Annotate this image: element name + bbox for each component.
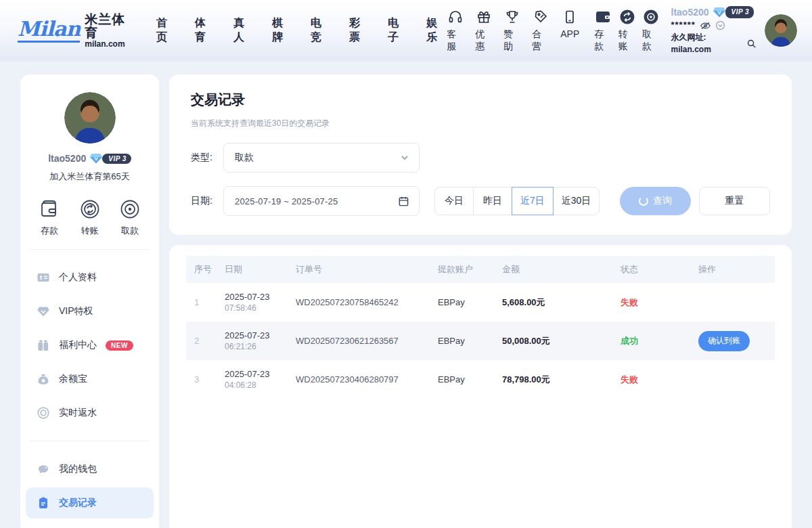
sidebar-item-label: 福利中心 xyxy=(59,339,97,351)
query-button[interactable]: 查询 xyxy=(620,187,691,215)
avatar[interactable] xyxy=(765,14,797,47)
refresh-balance-icon[interactable] xyxy=(715,20,725,30)
nav-sports[interactable]: 体育 xyxy=(195,16,215,45)
sidebar-item-rebate[interactable]: 实时返水 xyxy=(26,397,154,428)
reset-button[interactable]: 重置 xyxy=(699,187,770,215)
nav-chess[interactable]: 棋牌 xyxy=(272,16,292,45)
col-header-action: 操作 xyxy=(690,263,775,276)
sidebar-item-benefits[interactable]: 福利中心 NEW xyxy=(26,330,154,361)
gift-icon xyxy=(475,8,493,26)
sidebar-deposit-button[interactable]: 存款 xyxy=(38,198,61,237)
loading-spinner-icon xyxy=(639,196,648,206)
col-header-date: 日期 xyxy=(217,263,288,276)
sidebar-item-bets[interactable]: 投注记录 xyxy=(26,521,154,528)
row-status: 失败 xyxy=(612,374,690,386)
date-quick-ranges: 今日 昨日 近7日 近30日 xyxy=(434,187,600,215)
divider xyxy=(30,249,150,250)
headset-icon xyxy=(447,8,464,26)
row-time: 04:06:28 xyxy=(225,380,288,390)
row-order-number: WD202507230621263567 xyxy=(288,336,430,346)
row-amount: 50,008.00元 xyxy=(494,335,612,347)
sidebar-item-label: 余额宝 xyxy=(59,373,87,385)
benefits-gift-icon xyxy=(37,338,50,352)
service-link[interactable]: 客服 xyxy=(447,8,464,53)
deposit-link[interactable]: 存款 xyxy=(594,8,612,53)
col-header-amount: 金额 xyxy=(494,263,612,276)
sidebar-item-wallet[interactable]: 我的钱包 xyxy=(26,454,154,485)
sidebar-transfer-button[interactable]: 转账 xyxy=(78,198,102,237)
transfer-icon xyxy=(618,8,636,26)
wallet-outline-icon xyxy=(38,198,61,221)
sidebar-avatar[interactable] xyxy=(64,92,116,144)
col-header-status: 状态 xyxy=(612,263,690,276)
row-time: 06:21:26 xyxy=(225,342,288,351)
sidebar: ltao5200 V VIP 3 加入米兰体育第65天 存款 转账 xyxy=(20,74,159,528)
row-account: EBPay xyxy=(430,336,494,346)
main-nav: 首页 体育 真人 棋牌 电竞 彩票 电子 娱乐 xyxy=(156,16,447,45)
range-7days-button[interactable]: 近7日 xyxy=(512,187,554,215)
nav-lottery[interactable]: 彩票 xyxy=(349,16,369,45)
filter-card: 交易记录 当前系统支持查询最近30日的交易记录 类型: 取款 日期: 2025-… xyxy=(169,74,792,235)
nav-home[interactable]: 首页 xyxy=(156,16,177,45)
trophy-icon xyxy=(503,8,521,26)
vip-diamond-icon: V xyxy=(713,6,726,18)
sidebar-item-label: 实时返水 xyxy=(59,407,97,419)
topbar: Milan 米兰体育 milan.com 首页 体育 真人 棋牌 电竞 彩票 电… xyxy=(0,0,812,61)
type-label: 类型: xyxy=(191,152,223,164)
type-select[interactable]: 取款 xyxy=(223,143,420,173)
brand-logo[interactable]: Milan 米兰体育 milan.com xyxy=(18,13,135,48)
row-amount: 5,608.00元 xyxy=(494,296,612,309)
sidebar-transfer-label: 转账 xyxy=(81,225,99,237)
partner-link[interactable]: 合营 xyxy=(532,8,549,53)
id-card-icon xyxy=(37,271,50,284)
transfer-link[interactable]: 转账 xyxy=(618,8,636,53)
table-row: 1 2025-07-23 07:58:46 WD2025072307584652… xyxy=(186,283,775,322)
sidebar-item-transactions[interactable]: 交易记录 xyxy=(26,487,154,519)
promo-link[interactable]: 优惠 xyxy=(475,8,493,53)
nav-esports[interactable]: 电竞 xyxy=(311,16,331,45)
eye-off-icon[interactable] xyxy=(700,21,711,30)
sidebar-withdraw-button[interactable]: 取款 xyxy=(118,198,141,237)
wallet-icon xyxy=(594,8,612,26)
date-range-value: 2025-07-19 ~ 2025-07-25 xyxy=(235,196,398,206)
confirm-received-button[interactable]: 确认到账 xyxy=(698,331,750,351)
moneybag-icon xyxy=(37,372,50,386)
row-datetime: 2025-07-23 06:21:26 xyxy=(217,330,288,351)
row-order-number: WD202507230406280797 xyxy=(288,374,430,384)
withdraw-link[interactable]: 取款 xyxy=(642,8,660,53)
vip-privilege-icon xyxy=(37,305,50,318)
row-amount: 78,798.00元 xyxy=(494,374,612,386)
vip-diamond-icon: V xyxy=(89,152,103,164)
sidebar-item-label: 个人资料 xyxy=(59,271,97,284)
range-yesterday-button[interactable]: 昨日 xyxy=(473,187,512,215)
sidebar-item-yuebao[interactable]: 余额宝 xyxy=(26,364,154,395)
row-order-number: WD202507230758465242 xyxy=(288,297,430,307)
logo-cn-text: 米兰体育 xyxy=(85,13,135,40)
divider xyxy=(30,441,150,441)
query-button-label: 查询 xyxy=(653,195,672,207)
range-today-button[interactable]: 今日 xyxy=(434,187,474,215)
app-link[interactable]: APP xyxy=(560,8,579,53)
sidebar-withdraw-label: 取款 xyxy=(121,225,139,237)
sidebar-item-vip[interactable]: VIP特权 xyxy=(26,296,154,327)
deposit-label: 存款 xyxy=(594,28,612,53)
range-30days-button[interactable]: 近30日 xyxy=(553,187,600,215)
page-title: 交易记录 xyxy=(191,91,770,109)
nav-slots[interactable]: 电子 xyxy=(388,16,408,45)
nav-entertainment[interactable]: 娱乐 xyxy=(426,16,447,45)
withdraw-outline-icon xyxy=(118,198,141,221)
sponsor-link[interactable]: 赞助 xyxy=(503,8,521,53)
date-range-input[interactable]: 2025-07-19 ~ 2025-07-25 xyxy=(223,186,420,216)
joined-days-text: 加入米兰体育第65天 xyxy=(20,171,159,183)
col-header-order: 订单号 xyxy=(288,263,430,276)
nav-live[interactable]: 真人 xyxy=(233,16,254,45)
user-info: ltao5200 V VIP 3 ****** 永久网址: milan.com xyxy=(671,5,757,56)
svg-text:V: V xyxy=(95,156,99,162)
sidebar-item-label: 交易记录 xyxy=(59,497,97,509)
svg-text:V: V xyxy=(717,9,721,16)
sidebar-item-profile[interactable]: 个人资料 xyxy=(26,262,154,293)
table-header-row: 序号 日期 订单号 提款账户 金额 状态 操作 xyxy=(186,256,775,283)
promo-label: 优惠 xyxy=(475,28,493,53)
permanent-url: 永久网址: milan.com xyxy=(671,32,745,56)
search-icon[interactable] xyxy=(746,39,757,49)
